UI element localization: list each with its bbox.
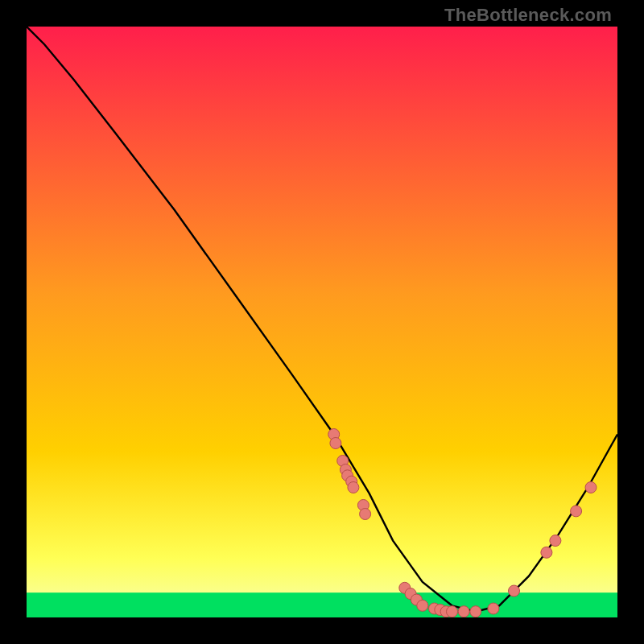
gradient-background bbox=[27, 27, 617, 617]
chart-plot-area bbox=[27, 27, 617, 617]
data-point bbox=[458, 606, 469, 617]
data-point bbox=[585, 482, 597, 493]
data-point bbox=[330, 438, 341, 449]
data-point bbox=[550, 535, 561, 547]
data-point bbox=[571, 506, 582, 517]
data-point bbox=[488, 603, 499, 614]
data-point bbox=[348, 482, 359, 493]
data-point bbox=[470, 606, 481, 617]
watermark-text: TheBottleneck.com bbox=[444, 5, 612, 26]
data-point bbox=[447, 606, 458, 617]
green-band bbox=[27, 592, 617, 617]
data-point bbox=[360, 509, 371, 520]
data-point bbox=[417, 600, 428, 611]
chart-svg bbox=[27, 27, 617, 617]
data-point bbox=[509, 585, 520, 597]
data-point bbox=[541, 547, 552, 558]
